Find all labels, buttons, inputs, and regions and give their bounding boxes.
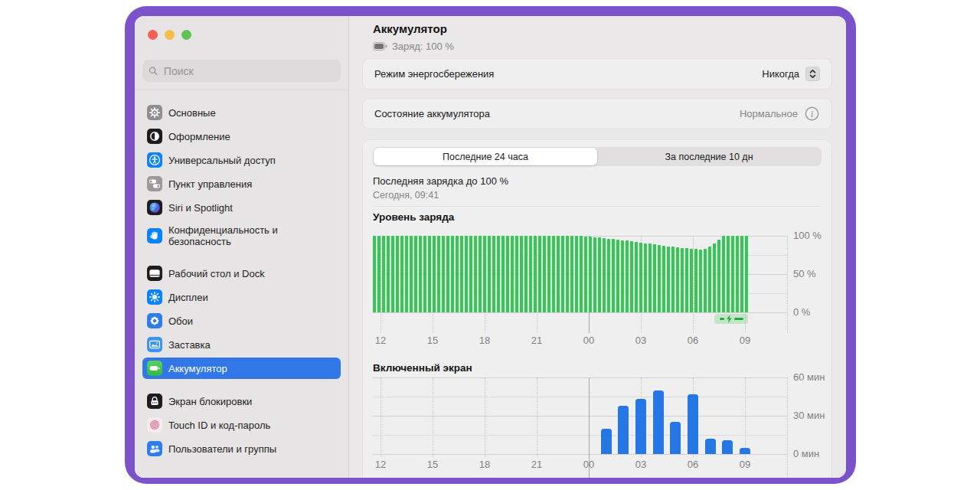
battery-health-row: Состояние аккумулятора Нормальное i (362, 98, 832, 129)
x-axis-tick: 21 (524, 459, 550, 470)
battery-level-bar (377, 236, 381, 312)
battery-level-bar (428, 236, 431, 312)
sidebar-item-lock-screen[interactable]: Экран блокировки (142, 390, 341, 412)
battery-level-bar (446, 236, 449, 312)
battery-level-bar (713, 243, 716, 313)
battery-level-bar (699, 250, 702, 312)
energy-mode-row: Режим энергосбережения Никогда (362, 58, 832, 90)
tab-last-10-days[interactable]: За последние 10 дн (597, 148, 821, 165)
battery-level-bar (524, 236, 528, 312)
sidebar-item-label: Экран блокировки (168, 396, 252, 407)
battery-level-bar (616, 240, 619, 312)
sidebar-item-general[interactable]: Основные (142, 102, 341, 123)
x-axis-tick: 06 (680, 335, 706, 346)
y-axis-tick: 50 % (793, 268, 816, 279)
battery-level-bar (501, 236, 505, 312)
energy-mode-value[interactable]: Никогда (762, 68, 799, 80)
sidebar-item-accessibility[interactable]: Универсальный доступ (142, 149, 341, 171)
charging-bolt-icon (726, 315, 733, 323)
battery-level-bar (607, 239, 610, 313)
battery-icon (373, 42, 387, 51)
sidebar-item-screensaver[interactable]: Заставка (142, 334, 341, 355)
x-axis-tick: 12 (368, 335, 394, 346)
battery-level-bar (694, 249, 697, 312)
battery-level-bar (552, 236, 555, 312)
battery-level-bar (419, 236, 422, 312)
screen-on-bar (635, 399, 646, 454)
battery-level-bar (405, 236, 408, 312)
popup-stepper-button[interactable] (805, 67, 820, 81)
battery-level-chart-title: Уровень заряда (373, 211, 454, 223)
x-axis-tick: 03 (628, 459, 654, 470)
privacy-hand-icon (147, 228, 162, 243)
sidebar-group: Рабочий стол и DockДисплеиОбоиЗаставкаАк… (142, 263, 341, 379)
gridline (787, 377, 788, 478)
battery-level-bar (557, 236, 560, 312)
last-charge-date: Сегодня, 09:41 (373, 190, 439, 201)
x-axis-tick: 15 (420, 459, 446, 470)
battery-level-bar (745, 236, 748, 312)
battery-health-label: Состояние аккумулятора (374, 108, 490, 119)
info-icon[interactable]: i (804, 106, 820, 122)
screensaver-icon (147, 337, 162, 352)
battery-level-bar (671, 247, 675, 312)
sidebar-item-desktop-dock[interactable]: Рабочий стол и Dock (142, 263, 341, 284)
screen-on-bar (722, 440, 733, 454)
sidebar-item-appearance[interactable]: Оформление (142, 126, 341, 147)
sidebar-item-displays[interactable]: Дисплеи (142, 286, 341, 308)
sidebar-item-label: Обои (168, 315, 193, 327)
sidebar-item-wallpaper[interactable]: Обои (142, 310, 341, 332)
battery-level-bar (740, 236, 743, 312)
screen-on-chart-title: Включенный экран (373, 362, 472, 374)
gridline (787, 236, 788, 333)
battery-level-bar (598, 237, 601, 312)
x-axis-tick: 00 (576, 459, 602, 470)
battery-level-bar (584, 237, 587, 313)
sidebar-group: ОсновныеОформлениеУниверсальный доступПу… (142, 102, 341, 251)
screen-on-bar (705, 439, 716, 454)
search-input[interactable] (162, 64, 335, 78)
battery-level-bar (534, 236, 537, 312)
battery-level-bar (400, 236, 403, 312)
battery-level-bar (685, 248, 688, 312)
screen-on-bar (740, 448, 750, 454)
screen-on-bar (601, 429, 612, 454)
battery-level-bar (442, 236, 445, 312)
sidebar-item-privacy[interactable]: Конфиденциальность и безопасность (142, 220, 341, 251)
battery-level-bar (621, 240, 624, 312)
x-axis-tick: 18 (472, 459, 498, 470)
battery-level-bar (433, 236, 436, 312)
x-axis-tick: 12 (368, 459, 394, 470)
sidebar-item-siri[interactable]: Siri и Spotlight (142, 197, 341, 218)
display-brightness-icon (147, 289, 162, 305)
sidebar-item-battery[interactable]: Аккумулятор (142, 358, 341, 379)
battery-level-bar (575, 236, 578, 312)
screen-on-bars (373, 377, 787, 454)
battery-level-bar (570, 236, 573, 312)
sidebar-item-control-center[interactable]: Пункт управления (142, 173, 341, 194)
zoom-button[interactable] (181, 30, 191, 40)
battery-level-bar (479, 236, 482, 312)
screen-on-bar (670, 422, 681, 454)
search-field[interactable] (142, 60, 341, 82)
sidebar-item-label: Заставка (168, 339, 211, 351)
x-axis-tick: 15 (420, 335, 446, 346)
charging-period-marker (714, 314, 748, 324)
close-button[interactable] (148, 30, 158, 40)
tab-last-24-hours[interactable]: Последние 24 часа (374, 148, 597, 165)
battery-level-bar (603, 238, 606, 312)
sidebar-item-users-groups[interactable]: Пользователи и группы (142, 438, 341, 459)
battery-health-value: Нормальное (740, 108, 798, 119)
battery-level-bar (538, 236, 541, 312)
battery-level-bar (529, 236, 532, 312)
battery-level-bar (736, 236, 739, 312)
sidebar-item-touch-id[interactable]: Touch ID и код-пароль (142, 414, 341, 436)
x-axis-tick: 21 (524, 335, 550, 346)
y-axis-tick: 30 мин (793, 410, 825, 421)
battery-level-bar (373, 236, 376, 312)
battery-level-bar (589, 237, 592, 312)
section-divider (373, 206, 822, 207)
sidebar-item-label: Аккумулятор (168, 363, 227, 374)
minimize-button[interactable] (165, 30, 175, 40)
x-axis-tick: 03 (628, 335, 654, 346)
